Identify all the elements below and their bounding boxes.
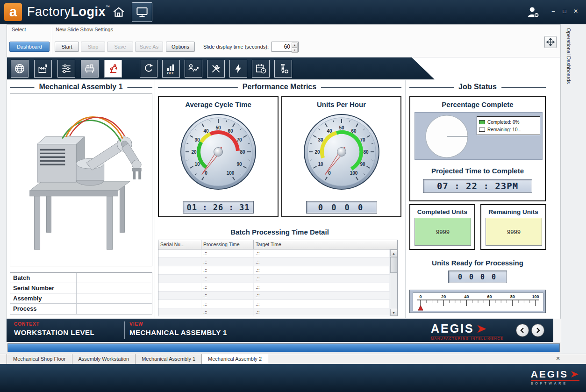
scroll-up-icon[interactable]: ▲ [390, 249, 397, 257]
close-button[interactable]: ✕ [570, 6, 581, 17]
svg-text:10: 10 [318, 162, 323, 167]
previous-slide-button[interactable] [516, 324, 529, 337]
workstation-dashboard-button[interactable] [81, 60, 99, 78]
batch-table-row[interactable]: .::.:: [158, 292, 390, 300]
completion-pie-chart [424, 114, 469, 159]
screw-gear-icon [277, 63, 289, 75]
cycle-time-view-button[interactable] [140, 60, 157, 78]
slide-time-label: Slide display time (seconds): [203, 44, 269, 50]
oee-label: OEE [167, 71, 174, 75]
line-dashboard-button[interactable] [57, 60, 75, 78]
aegis-wordmark: AEGIS [431, 322, 474, 335]
scroll-down-icon[interactable]: ▼ [390, 309, 397, 316]
chevron-left-icon [518, 326, 527, 335]
robot-dashboard-button[interactable] [104, 60, 122, 78]
operator-metrics-button[interactable] [185, 60, 202, 78]
app-name-regular: Factory [27, 5, 71, 19]
batch-table-row[interactable]: .::.:: [158, 308, 390, 316]
batch-processing-table: Serial Nu...Processing TimeTarget Time .… [158, 240, 398, 316]
aegis-logo: AEGIS MANUFACTURING INTELLIGENCE [431, 322, 503, 340]
factory-icon [37, 63, 49, 75]
aegis-tagline: MANUFACTURING INTELLIGENCE [431, 336, 503, 340]
batch-table-row[interactable]: .::.:: [158, 283, 390, 292]
completed-swatch [479, 120, 485, 124]
batch-table-row[interactable]: .::.:: [158, 258, 390, 266]
svg-text:0: 0 [205, 171, 207, 176]
footer-aegis-wordmark: AEGIS [531, 369, 568, 380]
units-ready-title: Units Ready for Processing [409, 259, 546, 267]
batch-cell [158, 258, 201, 266]
batch-cell: .:: [201, 258, 254, 266]
units-per-hour-display: 0 0 0 0 [306, 201, 377, 214]
stop-button[interactable]: Stop [81, 42, 105, 52]
batch-table-title: Batch Processing Time Detail [158, 228, 401, 236]
context-divider [124, 321, 125, 339]
assembly-parts-button[interactable] [274, 60, 292, 78]
tab-mechanical-assembly-2[interactable]: Mechanical Assembly 2 [201, 354, 268, 364]
svg-text:90: 90 [360, 162, 365, 167]
batch-table-scrollbar[interactable]: ▲ ▼ [390, 249, 397, 316]
tab-mechanical-shop-floor[interactable]: Mechanical Shop Floor [7, 354, 72, 364]
maximize-button[interactable]: □ [559, 6, 570, 17]
operational-dashboards-tab[interactable]: Operational Dashboards [566, 28, 572, 84]
factory-dashboard-button[interactable] [34, 60, 52, 78]
dashboard-button[interactable]: Dashboard [9, 42, 50, 52]
spin-up-icon[interactable]: ▲ [292, 43, 298, 48]
tab-mechanical-assembly-1[interactable]: Mechanical Assembly 1 [135, 354, 202, 364]
enterprise-dashboard-button[interactable] [11, 60, 29, 78]
svg-text:40: 40 [327, 128, 332, 134]
batch-cell: .:: [201, 266, 254, 274]
schedule-view-button[interactable] [252, 60, 270, 78]
svg-text:70: 70 [360, 137, 365, 143]
oee-view-button[interactable]: OEE [162, 60, 180, 78]
context-label: CONTEXT [14, 321, 40, 327]
batch-cell: .:: [201, 308, 254, 316]
batch-cell: .:: [201, 249, 254, 257]
maintenance-view-button[interactable] [207, 60, 225, 78]
info-value [77, 293, 152, 303]
column-divider [155, 80, 155, 318]
save-button[interactable]: Save [107, 42, 133, 52]
svg-text:40: 40 [464, 294, 469, 299]
performance-section-title: Performance Metrics [238, 83, 321, 91]
completed-units-value: 9999 [414, 218, 471, 246]
legend-item: Remaining: 10... [479, 126, 538, 133]
batch-table-row[interactable]: .::.:: [158, 249, 390, 258]
minimize-button[interactable]: – [548, 6, 559, 17]
options-button[interactable]: Options [166, 42, 195, 52]
spin-down-icon[interactable]: ▼ [292, 48, 298, 53]
batch-cell: .:: [254, 292, 390, 299]
batch-table-row[interactable]: .::.:: [158, 275, 390, 283]
batch-column-header[interactable]: Target Time [254, 240, 397, 249]
batch-cell: .:: [254, 308, 390, 316]
batch-column-header[interactable]: Serial Nu... [158, 240, 201, 249]
app-logo: a [4, 3, 22, 21]
dashboard-view-button[interactable] [132, 2, 152, 22]
batch-cell [158, 275, 201, 283]
start-button[interactable]: Start [55, 42, 79, 52]
slideshow-progress-bar [7, 343, 560, 352]
move-arrows-icon [546, 38, 555, 46]
batch-table-row[interactable]: .::.:: [158, 266, 390, 275]
svg-text:80: 80 [363, 150, 369, 155]
workstation-info-table: BatchSerial NumberAssemblyProcess [10, 272, 152, 314]
save-as-button[interactable]: Save As [135, 42, 163, 52]
units-ready-linear-gauge: 020406080100 [409, 290, 546, 313]
batch-cell [158, 283, 201, 291]
svg-text:0: 0 [328, 171, 331, 176]
batch-column-header[interactable]: Processing Time [201, 240, 254, 249]
move-panel-button[interactable] [544, 36, 557, 48]
info-row-process: Process [10, 304, 152, 314]
user-status-button[interactable] [522, 2, 543, 22]
home-button[interactable] [108, 2, 129, 22]
scroll-thumb[interactable] [390, 257, 397, 273]
svg-text:30: 30 [194, 137, 200, 143]
power-status-button[interactable] [229, 60, 247, 78]
info-label: Assembly [10, 293, 77, 303]
tab-assembly-workstation[interactable]: Assembly Workstation [72, 354, 136, 364]
next-slide-button[interactable] [531, 324, 544, 337]
close-tab-icon[interactable]: ✕ [554, 356, 562, 362]
svg-text:10: 10 [194, 162, 200, 167]
legend-item: Completed: 0% [479, 118, 538, 126]
batch-table-row[interactable]: .::.:: [158, 300, 390, 308]
